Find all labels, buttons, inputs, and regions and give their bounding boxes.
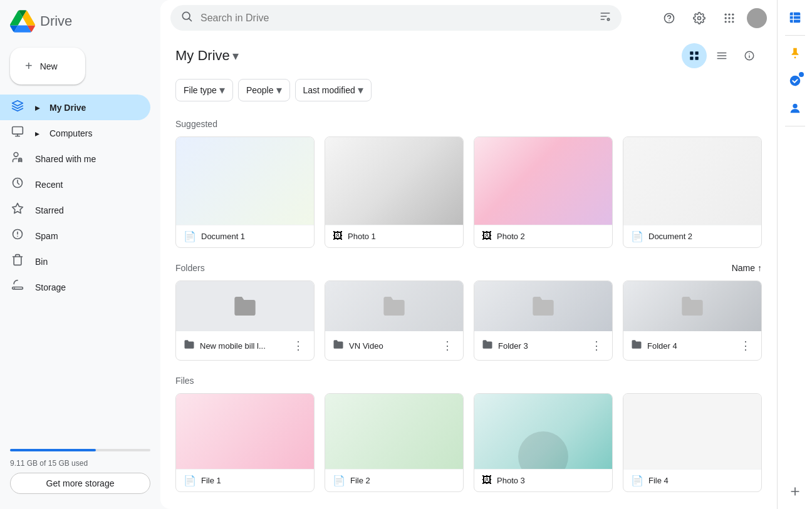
folder-thumbnail	[325, 281, 463, 331]
google-contacts-icon-btn[interactable]	[783, 96, 808, 121]
people-filter[interactable]: People ▾	[238, 79, 290, 101]
filters-row: File type ▾ People ▾ Last modified ▾	[160, 74, 777, 109]
folders-grid: New mobile bill l... ⋮ VN Video ⋮	[175, 280, 762, 361]
grid-view-button[interactable]	[682, 43, 707, 68]
card-footer: 📄 Document 2	[623, 225, 761, 247]
get-more-storage-button[interactable]: Get more storage	[10, 473, 150, 494]
storage-section: 9.11 GB of 15 GB used Get more storage	[0, 444, 160, 504]
svg-rect-25	[695, 51, 699, 54]
svg-point-19	[728, 17, 730, 19]
sidebar-item-recent[interactable]: Recent	[0, 172, 150, 197]
folder-name: Folder 3	[498, 341, 583, 351]
settings-button[interactable]	[687, 6, 712, 31]
svg-point-11	[607, 18, 609, 20]
suggested-card[interactable]: 📄 Document 1	[175, 136, 315, 248]
sort-label-text: Name	[732, 263, 755, 273]
sidebar-item-computers[interactable]: ▸ Computers	[0, 120, 150, 146]
file-thumbnail	[325, 394, 463, 469]
sidebar-item-bin[interactable]: Bin	[0, 249, 150, 274]
sidebar-nav: ▸ My Drive ▸ Computers Shared with me Re…	[0, 95, 160, 300]
bin-icon	[10, 254, 25, 269]
expand-panel-button[interactable]	[783, 479, 808, 504]
folder-card[interactable]: New mobile bill l... ⋮	[175, 280, 315, 361]
suggested-card[interactable]: 📄 Document 2	[623, 136, 762, 248]
folder-card[interactable]: Folder 3 ⋮	[474, 280, 613, 361]
google-sheets-icon-btn[interactable]	[783, 5, 808, 30]
file-type-filter[interactable]: File type ▾	[175, 79, 233, 101]
folder-card[interactable]: VN Video ⋮	[325, 280, 464, 361]
folder-icon	[631, 339, 642, 353]
folder-thumbnail	[474, 281, 612, 331]
folder-name: New mobile bill l...	[200, 341, 285, 351]
file-type-icon: 📄	[184, 475, 196, 486]
file-type-icon: 📄	[631, 475, 643, 486]
svg-point-21	[725, 21, 727, 23]
help-button[interactable]	[657, 6, 682, 31]
svg-point-14	[698, 16, 701, 19]
sidebar-item-starred-label: Starred	[35, 205, 64, 215]
svg-point-20	[732, 17, 734, 19]
storage-icon	[10, 279, 25, 295]
avatar[interactable]	[747, 8, 767, 28]
google-keep-icon-btn[interactable]	[783, 41, 808, 66]
computers-icon	[10, 125, 25, 141]
svg-rect-26	[690, 57, 693, 60]
sidebar-item-shared[interactable]: Shared with me	[0, 146, 150, 172]
suggested-card[interactable]: 🖼 Photo 2	[474, 136, 613, 248]
file-card[interactable]: 📄 File 4	[623, 393, 762, 492]
folder-icon	[333, 339, 344, 353]
sidebar-item-spam-label: Spam	[35, 231, 58, 241]
google-tasks-icon-btn[interactable]	[783, 68, 808, 93]
svg-point-13	[669, 20, 670, 21]
list-view-button[interactable]	[709, 43, 734, 68]
content-area: Suggested 📄 Document 1 🖼 Photo 1 🖼	[160, 109, 777, 509]
last-modified-filter-label: Last modified	[303, 85, 355, 95]
sidebar: Drive + New ▸ My Drive ▸ Computers	[0, 0, 160, 509]
drive-title-area[interactable]: My Drive ▾	[175, 48, 239, 64]
storage-used-text: 9.11 GB of 15 GB used	[10, 459, 150, 468]
card-thumbnail	[176, 137, 314, 225]
spam-icon	[10, 228, 25, 244]
view-controls	[682, 43, 762, 68]
file-card[interactable]: 📄 File 1	[175, 393, 315, 492]
card-footer: 🖼 Photo 1	[325, 225, 463, 247]
search-filter-icon[interactable]	[599, 10, 612, 26]
sort-arrow-icon: ↑	[757, 263, 762, 273]
file-card[interactable]: 📄 File 2	[325, 393, 464, 492]
sidebar-item-starred[interactable]: Starred	[0, 197, 150, 223]
card-footer: 🖼 Photo 2	[474, 225, 612, 247]
drive-title-text: My Drive	[175, 48, 230, 64]
right-sidebar-divider-2	[785, 126, 805, 126]
sidebar-item-my-drive[interactable]: ▸ My Drive	[0, 95, 150, 120]
svg-point-6	[14, 287, 15, 289]
svg-rect-34	[789, 13, 800, 23]
folder-more-button[interactable]: ⋮	[737, 336, 754, 355]
file-type-filter-arrow-icon: ▾	[219, 83, 225, 97]
file-card[interactable]: 🖼 Photo 3	[474, 393, 613, 492]
sidebar-item-spam[interactable]: Spam	[0, 223, 150, 249]
sort-button[interactable]: Name ↑	[732, 263, 762, 273]
file-name: File 1	[201, 476, 306, 485]
info-button[interactable]	[737, 43, 762, 68]
recent-icon	[10, 177, 25, 192]
svg-point-15	[725, 13, 727, 15]
last-modified-filter[interactable]: Last modified ▾	[295, 79, 372, 101]
last-modified-filter-arrow-icon: ▾	[358, 83, 363, 97]
sidebar-item-storage[interactable]: Storage	[0, 274, 150, 300]
sidebar-item-recent-label: Recent	[35, 180, 63, 190]
folder-more-button[interactable]: ⋮	[588, 336, 605, 355]
folder-more-button[interactable]: ⋮	[439, 336, 455, 355]
app-logo-area: Drive	[0, 5, 160, 43]
folder-footer: Folder 4 ⋮	[623, 331, 761, 360]
file-type-icon: 🖼	[482, 475, 492, 486]
apps-button[interactable]	[717, 6, 742, 31]
computers-arrow-icon: ▸	[35, 128, 39, 138]
card-thumbnail	[325, 137, 463, 225]
right-sidebar	[777, 0, 812, 509]
suggested-card[interactable]: 🖼 Photo 1	[325, 136, 464, 248]
folder-more-button[interactable]: ⋮	[290, 336, 306, 355]
search-input[interactable]	[200, 13, 591, 24]
new-button[interactable]: + New	[10, 48, 85, 85]
file-thumbnail	[623, 394, 761, 469]
folder-card[interactable]: Folder 4 ⋮	[623, 280, 762, 361]
